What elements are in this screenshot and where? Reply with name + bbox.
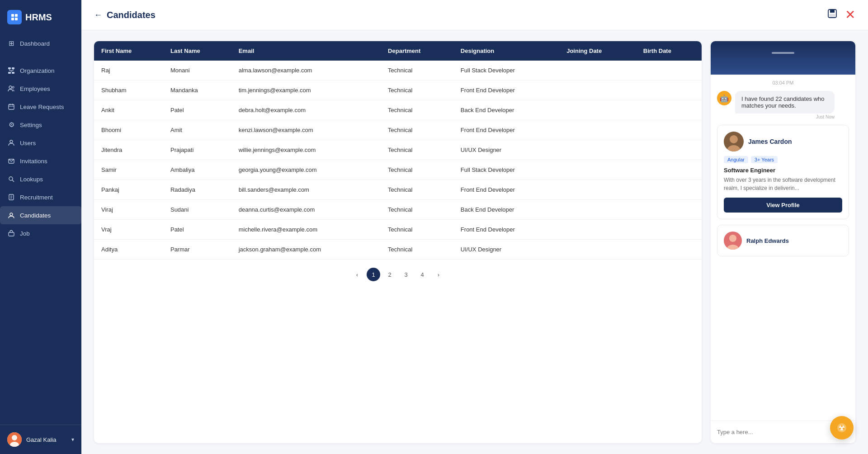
table-row[interactable]: AnkitPateldebra.holt@example.comTechnica…: [94, 100, 702, 120]
col-department: Department: [381, 41, 453, 61]
sidebar-item-candidates[interactable]: Candidates: [0, 206, 81, 224]
sidebar-item-users[interactable]: Users: [0, 134, 81, 152]
svg-rect-0: [11, 14, 14, 17]
cell-first_name: Ankit: [94, 100, 163, 120]
tag-angular: Angular: [724, 156, 748, 163]
chat-header-bar: [772, 52, 794, 54]
cell-last_name: Ambaliya: [163, 160, 231, 180]
cell-first_name: Samir: [94, 160, 163, 180]
bot-bubble: I have found 22 candidates who matches y…: [735, 91, 835, 114]
user-footer[interactable]: Gazal Kalia ▾: [0, 425, 81, 454]
svg-rect-3: [15, 18, 18, 20]
bot-avatar: 🤖: [717, 91, 731, 105]
cell-first_name: Bhoomi: [94, 120, 163, 140]
user-name: Gazal Kalia: [26, 436, 67, 443]
cell-email: willie.jennings@example.com: [231, 140, 381, 160]
cell-designation: Back End Developer: [453, 200, 559, 220]
table-row[interactable]: JitendraPrajapatiwillie.jennings@example…: [94, 140, 702, 160]
cell-birth_date: [636, 100, 702, 120]
page-btn-3[interactable]: 3: [399, 268, 413, 281]
svg-point-29: [12, 435, 17, 440]
cell-email: debra.holt@example.com: [231, 100, 381, 120]
table-row[interactable]: VirajSudanideanna.curtis@example.comTech…: [94, 200, 702, 220]
svg-rect-4: [8, 67, 11, 69]
recruitment-icon: [7, 193, 15, 201]
table-row[interactable]: AdityaParmarjackson.graham@example.comTe…: [94, 240, 702, 260]
page-btn-2[interactable]: 2: [383, 268, 396, 281]
cell-birth_date: [636, 240, 702, 260]
cell-designation: Full Stack Developer: [453, 160, 559, 180]
leave-requests-icon: [7, 103, 15, 111]
logo-icon: [7, 10, 22, 24]
table-row[interactable]: BhoomiAmitkenzi.lawson@example.comTechni…: [94, 120, 702, 140]
app-logo: HRMS: [0, 0, 81, 34]
cell-birth_date: [636, 80, 702, 100]
user-dropdown-icon: ▾: [71, 436, 74, 443]
sidebar-item-employees[interactable]: Employees: [0, 80, 81, 98]
table-row[interactable]: RajMonanialma.lawson@example.comTechnica…: [94, 61, 702, 80]
table-row[interactable]: VrajPatelmichelle.rivera@example.comTech…: [94, 220, 702, 240]
col-last-name: Last Name: [163, 41, 231, 61]
cell-first_name: Vraj: [94, 220, 163, 240]
user-avatar: [7, 432, 22, 447]
cell-designation: Full Stack Developer: [453, 61, 559, 80]
candidates-icon: [7, 211, 15, 219]
view-profile-button[interactable]: View Profile: [724, 198, 842, 213]
page-title: Candidates: [107, 10, 156, 20]
svg-point-42: [841, 425, 843, 427]
sidebar-item-invitations[interactable]: Invitations: [0, 152, 81, 170]
chat-input[interactable]: [717, 429, 836, 435]
sidebar-item-dashboard[interactable]: ⊞ Dashboard: [0, 34, 81, 52]
svg-point-35: [730, 135, 738, 143]
svg-rect-2: [11, 18, 14, 20]
page-btn-4[interactable]: 4: [415, 268, 429, 281]
close-button[interactable]: ✕: [845, 9, 855, 21]
candidate-1-tags: Angular 3+ Years: [724, 156, 842, 163]
candidate-1-desc: With over 3 years in the software develo…: [724, 176, 842, 192]
lookups-icon: [7, 175, 15, 183]
sidebar-item-job[interactable]: Job: [0, 224, 81, 242]
cell-joining_date: [559, 200, 636, 220]
invitations-icon: [7, 157, 15, 165]
organization-icon: [7, 66, 15, 75]
cell-last_name: Patel: [163, 220, 231, 240]
cell-department: Technical: [381, 100, 453, 120]
page-prev-btn[interactable]: ‹: [350, 268, 364, 281]
users-icon: [7, 139, 15, 147]
cell-first_name: Aditya: [94, 240, 163, 260]
message-timestamp: 03:04 PM: [717, 80, 849, 85]
cell-email: jackson.graham@example.com: [231, 240, 381, 260]
cell-last_name: Amit: [163, 120, 231, 140]
sidebar-item-lookups[interactable]: Lookups: [0, 170, 81, 188]
cell-birth_date: [636, 160, 702, 180]
sidebar-item-recruitment[interactable]: Recruitment: [0, 188, 81, 206]
table-row[interactable]: PankajRadadiyabill.sanders@example.comTe…: [94, 180, 702, 200]
cell-email: michelle.rivera@example.com: [231, 220, 381, 240]
col-birth-date: Birth Date: [636, 41, 702, 61]
message-time-small: Just Now: [735, 114, 835, 119]
main-content: ← Candidates ✕ First Name Last Name: [81, 0, 868, 454]
candidate-1-title: Software Engineer: [724, 167, 842, 174]
sidebar-item-leave-requests[interactable]: Leave Requests: [0, 98, 81, 116]
svg-rect-33: [830, 14, 835, 18]
ai-fab-button[interactable]: [830, 416, 854, 440]
cell-birth_date: [636, 120, 702, 140]
cell-birth_date: [636, 140, 702, 160]
cell-last_name: Parmar: [163, 240, 231, 260]
cell-department: Technical: [381, 200, 453, 220]
table-row[interactable]: SamirAmbaliyageorgia.young@example.comTe…: [94, 160, 702, 180]
sidebar-item-settings[interactable]: ⚙ Settings: [0, 116, 81, 134]
cell-email: kenzi.lawson@example.com: [231, 120, 381, 140]
col-designation: Designation: [453, 41, 559, 61]
back-button[interactable]: ←: [94, 10, 102, 20]
tag-years: 3+ Years: [751, 156, 778, 163]
candidate-1-avatar: [724, 132, 744, 151]
candidate-card-1-header: James Cardon: [724, 132, 842, 151]
page-btn-1[interactable]: 1: [367, 268, 380, 281]
svg-point-26: [10, 213, 13, 216]
sidebar-item-organization[interactable]: Organization: [0, 61, 81, 80]
page-next-btn[interactable]: ›: [432, 268, 445, 281]
table-row[interactable]: ShubhamMandankatim.jennings@example.comT…: [94, 80, 702, 100]
svg-point-44: [843, 428, 844, 430]
save-button[interactable]: [827, 8, 838, 22]
